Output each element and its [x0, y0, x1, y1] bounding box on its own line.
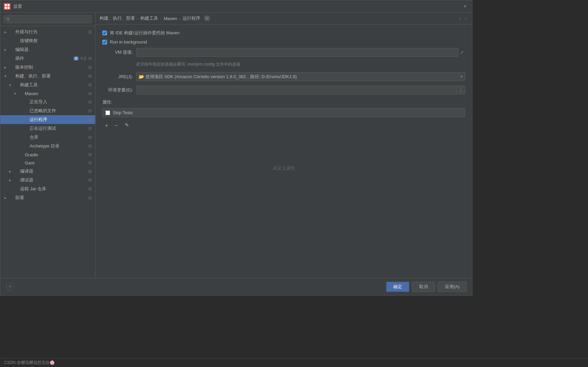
title-bar-left: 设置	[4, 3, 22, 10]
sidebar-label: Archetype 目录	[30, 143, 87, 149]
sidebar-item-gradle[interactable]: Gradle ⊟	[0, 151, 95, 159]
sync-icon3: ⊟	[88, 65, 92, 70]
sidebar-icon-plugins	[8, 56, 14, 61]
breadcrumb-build-tools[interactable]: 构建工具	[140, 15, 158, 21]
sidebar-item-keymap[interactable]: 按键映射	[0, 36, 95, 45]
app-icon	[4, 3, 11, 10]
sync-icon: ⊟	[88, 30, 92, 34]
sync-icon7: ⊟	[88, 100, 92, 104]
sidebar-icon-maven	[18, 91, 23, 96]
sidebar-icon-importing	[23, 99, 28, 105]
empty-state: 未定义属性	[102, 134, 465, 202]
sidebar-item-debugger[interactable]: ► 调试器 ⊟	[0, 176, 95, 185]
sidebar-icon-keymap	[13, 38, 19, 43]
env-edit-button[interactable]: ⋮	[456, 86, 465, 94]
svg-rect-1	[5, 4, 7, 6]
breadcrumb-maven[interactable]: Maven	[164, 16, 177, 21]
main-content: 将 IDE 构建/运行操作委托给 Maven Run in background…	[96, 24, 472, 278]
sidebar-icon-repos	[23, 135, 28, 140]
jre-label: JRE(J):	[102, 74, 133, 79]
search-bar	[0, 13, 95, 26]
sidebar-item-importing[interactable]: 正在导入 ⊟	[0, 98, 95, 106]
breadcrumb-build-exec[interactable]: 构建、执行、部署	[100, 15, 135, 21]
sync-icon14: ⊟	[88, 160, 92, 165]
jre-row: JRE(J): 📂 使用项目 SDK (Amazon Corretto vers…	[102, 72, 465, 81]
sidebar-label: Gradle	[25, 152, 87, 157]
sync-icon2: ⊟	[88, 56, 92, 61]
sidebar-item-runner[interactable]: 运行程序 ⊟	[0, 115, 95, 124]
svg-point-5	[6, 18, 9, 20]
vm-control: ⤢	[136, 48, 465, 57]
svg-rect-3	[5, 7, 7, 9]
vm-options-row: VM 选项: ⤢	[102, 48, 465, 57]
properties-table: Skip Tests	[102, 108, 465, 117]
sidebar-item-appearance[interactable]: ► 外观与行为 ⊟	[0, 28, 95, 36]
sidebar-item-vcs[interactable]: ► 版本控制 ⊟	[0, 63, 95, 72]
sidebar-item-archetype-catalog[interactable]: Archetype 目录 ⊟	[0, 142, 95, 151]
run-in-background-label[interactable]: Run in background	[110, 39, 147, 45]
nav-back-button[interactable]: ‹	[457, 15, 462, 21]
close-button[interactable]: ×	[462, 3, 469, 10]
sidebar-item-remote-jar[interactable]: 远程 Jar 仓库 ⊟	[0, 185, 95, 193]
sidebar-icon-vcs	[8, 65, 14, 70]
env-input-wrap: ⋮	[136, 86, 465, 94]
sidebar-item-gant[interactable]: Gant ⊟	[0, 159, 95, 167]
status-bar: CSDN @樱花樱花想见你🌸	[0, 358, 588, 367]
sidebar-icon-gant	[18, 160, 23, 165]
sidebar-item-compilers[interactable]: ► 编译器 ⊟	[0, 167, 95, 176]
sync-icon12: ⊟	[88, 144, 92, 148]
sidebar-item-ignored-files[interactable]: 已忽略的文件 ⊟	[0, 106, 95, 115]
sync-icon6: ⊟	[88, 91, 92, 96]
sidebar-item-editor[interactable]: ► 编辑器	[0, 45, 95, 54]
sidebar-label: 调试器	[20, 177, 87, 183]
sidebar-icon-runner	[23, 117, 28, 122]
sidebar-item-build-exec-deploy[interactable]: ▼ 构建、执行、部署 ⊟	[0, 72, 95, 81]
add-property-button[interactable]: +	[102, 121, 111, 129]
sidebar-item-maven[interactable]: ▼ Maven ⊟	[0, 89, 95, 98]
skip-tests-label[interactable]: Skip Tests	[113, 110, 133, 115]
sidebar-icon-deployment	[8, 195, 14, 200]
edit-property-button[interactable]: ✎	[122, 121, 132, 129]
env-label: 环境变量(E):	[102, 87, 133, 93]
sidebar-label: 编辑器	[15, 47, 92, 53]
jre-select[interactable]: 📂 使用项目 SDK (Amazon Corretto version 1.8.…	[136, 72, 465, 81]
skip-tests-checkbox[interactable]	[105, 110, 110, 115]
sidebar-icon-running-tests	[23, 126, 28, 131]
nav-forward-button[interactable]: ›	[464, 15, 468, 21]
ok-button[interactable]: 确定	[386, 282, 409, 292]
search-input[interactable]	[11, 17, 89, 22]
breadcrumb-sep-3: ›	[179, 16, 180, 21]
env-control: ⋮	[136, 86, 465, 94]
jre-select-wrap: 📂 使用项目 SDK (Amazon Corretto version 1.8.…	[136, 72, 465, 81]
search-input-wrap[interactable]	[4, 15, 92, 23]
cancel-button[interactable]: 取消	[412, 282, 435, 292]
delegate-to-maven-row: 将 IDE 构建/运行操作委托给 Maven	[102, 30, 465, 36]
vm-label: VM 选项:	[102, 49, 133, 55]
breadcrumb-nav: ‹ ›	[457, 15, 468, 21]
breadcrumb-bar: 构建、执行、部署 › 构建工具 › Maven › 运行程序 ⊟ ‹ ›	[96, 13, 472, 24]
sidebar-item-repositories[interactable]: 仓库 ⊟	[0, 133, 95, 142]
translate-icon: A文	[80, 56, 87, 62]
help-button[interactable]: ?	[6, 283, 14, 291]
sidebar-label: 版本控制	[15, 64, 87, 70]
delegate-to-maven-label[interactable]: 将 IDE 构建/运行操作委托给 Maven	[110, 30, 179, 36]
remove-property-button[interactable]: −	[112, 121, 121, 129]
sidebar-item-plugins[interactable]: 插件 8 A文 ⊟	[0, 54, 95, 63]
sidebar-item-running-tests[interactable]: 正在运行测试 ⊟	[0, 124, 95, 133]
env-vars-input[interactable]	[137, 86, 456, 94]
svg-line-6	[8, 20, 10, 21]
sidebar-item-deployment[interactable]: ► 部署 ⊟	[0, 193, 95, 202]
properties-section-label: 属性:	[102, 99, 465, 105]
sync-icon17: ⊟	[88, 187, 92, 191]
vm-expand-button[interactable]: ⤢	[459, 49, 465, 56]
run-in-background-row: Run in background	[102, 39, 465, 45]
expand-arrow: ►	[4, 30, 8, 34]
sync-icon4: ⊟	[88, 74, 92, 78]
run-in-background-checkbox[interactable]	[102, 40, 107, 45]
sidebar-icon-ignored	[23, 108, 28, 113]
delegate-to-maven-checkbox[interactable]	[102, 31, 107, 35]
apply-button[interactable]: 应用(A)	[438, 282, 467, 292]
sidebar-item-build-tools[interactable]: ▼ 构建工具 ⊟	[0, 81, 95, 89]
title-bar: 设置 ×	[0, 0, 472, 13]
vm-options-input[interactable]	[136, 48, 459, 57]
